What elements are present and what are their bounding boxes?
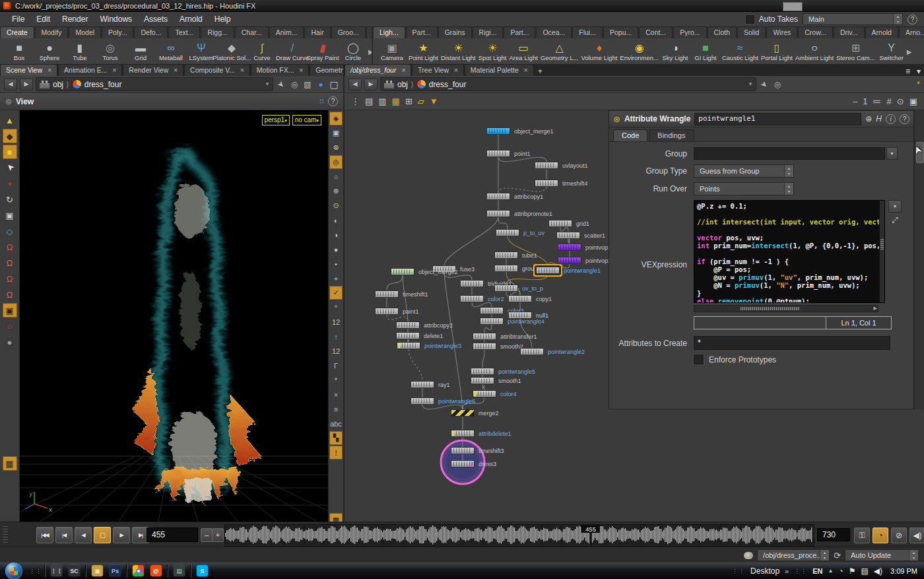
point-normals-icon[interactable]: ↑ — [329, 329, 343, 343]
spinner-icon[interactable]: ▲▼ — [820, 550, 829, 561]
visualizers-icon[interactable]: ≡ — [329, 402, 343, 416]
gear-icon[interactable]: ⊕ — [865, 114, 872, 123]
enforce-prototypes-checkbox[interactable] — [694, 355, 704, 364]
stop-button[interactable]: ▢ — [94, 527, 111, 543]
group-type-select[interactable]: Guess from Group ▲▼ — [694, 164, 794, 178]
node-smooth2[interactable] — [473, 343, 496, 350]
close-tab-icon[interactable]: × — [524, 67, 528, 74]
tab-code[interactable]: Code — [613, 129, 647, 141]
go-to-start-button[interactable]: |◀◀ — [36, 527, 53, 543]
spinner-icon[interactable]: ▲▼ — [784, 165, 793, 177]
shelf-tool-area-light[interactable]: ▭Area Light — [508, 39, 539, 64]
node-attribdelete1[interactable] — [451, 430, 475, 437]
timeline-waveform[interactable]: 455 — [224, 524, 814, 547]
node-uvlayout1[interactable] — [535, 162, 558, 169]
shelf-tab-groo[interactable]: Groo... — [331, 26, 366, 38]
node-smooth1[interactable] — [471, 377, 494, 384]
flipbook-icon[interactable]: ● — [3, 335, 17, 349]
points-display-icon[interactable]: • — [329, 257, 343, 271]
spinner-icon[interactable]: ▲▼ — [909, 550, 918, 561]
node-color2[interactable] — [460, 295, 484, 302]
shelf-tool-sky-light[interactable]: ◑Sky Light — [660, 39, 690, 64]
shelf-tool-camera[interactable]: ▣Camera — [377, 39, 407, 64]
follow-target-icon[interactable]: ◎ — [289, 80, 300, 89]
node-pointvop2[interactable] — [558, 257, 581, 264]
shelf-tab-rigi[interactable]: Rigi... — [473, 26, 504, 38]
camera-lock-selector[interactable]: no cam▾ — [292, 115, 321, 125]
node-attribtransfer1[interactable] — [473, 333, 496, 340]
node-pointwrangle5[interactable] — [471, 368, 494, 375]
snap-multi-icon[interactable]: Ω — [3, 287, 17, 302]
prev-keyframe-button[interactable]: |◀ — [55, 527, 73, 543]
shelf-tool-environmen-[interactable]: ◉Environmen... — [618, 39, 660, 64]
shelf-tab-text[interactable]: Text... — [168, 26, 200, 38]
shelf-tool-ambient-light[interactable]: ○Ambient Light — [794, 39, 835, 64]
play-backward-button[interactable]: ◀ — [75, 527, 92, 543]
group-input[interactable] — [694, 147, 885, 160]
new-tab-icon[interactable]: + — [535, 67, 546, 76]
shelf-tab-wires[interactable]: Wires — [766, 26, 797, 38]
current-frame-field[interactable]: 455 — [147, 528, 198, 542]
shelf-tool-sphere[interactable]: ●Sphere — [34, 39, 65, 64]
view-tool-icon[interactable]: ▲ — [3, 113, 17, 127]
shelf-tab-cloth[interactable]: Cloth — [708, 26, 737, 38]
prim-numbers-icon[interactable]: 12 — [329, 344, 343, 358]
vex-code-editor[interactable]: @P.z += 0.1; //int intersect(int input, … — [694, 200, 885, 303]
shelf-tool-geometry-l-[interactable]: △Geometry L... — [539, 39, 580, 64]
shelf-tab-defo[interactable]: Defo... — [134, 26, 168, 38]
layout-presets-icon[interactable]: ⁝⁝ — [319, 97, 324, 106]
node-pointvop1[interactable] — [558, 244, 581, 251]
forward-icon[interactable]: ▶ — [364, 79, 378, 90]
uv-overlay-icon[interactable]: + — [329, 271, 343, 285]
menu-assets[interactable]: Assets — [139, 13, 173, 26]
breadcrumb[interactable]: obj ⟩ dress_four ▼ — [380, 77, 756, 91]
rotate-tool-icon[interactable]: ↻ — [3, 192, 17, 207]
menu-arnold[interactable]: Arnold — [174, 13, 208, 26]
menu-render[interactable]: Render — [57, 13, 93, 26]
tab-bindings[interactable]: Bindings — [649, 129, 694, 141]
chevron-double-icon[interactable]: » — [785, 567, 789, 575]
shelf-tab-char[interactable]: Char... — [235, 26, 269, 38]
point-numbers-icon[interactable]: 12 — [329, 315, 343, 329]
node-copy1[interactable] — [508, 295, 532, 302]
shelf-tab-driv[interactable]: Driv... — [834, 26, 865, 38]
titlebar-widget[interactable] — [783, 2, 803, 11]
camera-view-tool-icon[interactable]: ▣ — [3, 303, 17, 318]
node-pointwrangle4[interactable] — [480, 318, 504, 325]
headlight-icon[interactable]: ○ — [329, 170, 343, 184]
node-timeshift4[interactable] — [535, 180, 558, 187]
shelf-tool-distant-light[interactable]: ☀Distant Light — [440, 39, 477, 64]
display-settings-icon[interactable]: ▤ — [174, 565, 185, 576]
chevron-down-icon[interactable]: ▼ — [748, 81, 753, 87]
remote-app-icon[interactable]: ⋮⋮ — [51, 565, 62, 576]
snap-curve-icon[interactable]: Ω — [3, 255, 17, 270]
auto-takes-checkbox[interactable] — [746, 15, 754, 24]
palette-icon[interactable]: ▦ — [392, 96, 400, 106]
shelf-tool-platonic-sol-[interactable]: ◆Platonic Sol... — [216, 39, 247, 64]
shelf-tab-create[interactable]: Create — [0, 26, 34, 38]
node-pointwrangle1[interactable] — [536, 267, 560, 274]
node-pointwrangle6[interactable] — [411, 397, 434, 405]
node-point1[interactable] — [486, 150, 510, 157]
grid-snap-icon[interactable]: # — [887, 96, 892, 106]
help-icon[interactable]: ? — [908, 15, 917, 24]
action-center-icon[interactable]: ⚑ — [849, 566, 856, 576]
start-button[interactable] — [5, 562, 22, 579]
shelf-tab-anim[interactable]: Anim... — [269, 26, 304, 38]
character-display-icon[interactable]: ▚ — [329, 431, 343, 445]
network-tray-icon[interactable]: ▤ — [861, 566, 868, 576]
breadcrumb[interactable]: obj ⟩ dress_four ▼ — [36, 77, 273, 91]
shelf-tab-arno[interactable]: Arno... — [899, 26, 924, 38]
point-markers-icon[interactable]: ° — [329, 300, 343, 314]
node-null1[interactable] — [508, 312, 532, 319]
normal-lighting-icon[interactable]: ⊕ — [329, 184, 343, 198]
handles-tool-icon[interactable]: ◇ — [3, 224, 17, 238]
shelf-tool-metaball[interactable]: ∞Metaball — [156, 39, 186, 64]
shelf-tab-solid[interactable]: Solid — [737, 26, 766, 38]
file-manager-icon[interactable]: ▣ — [92, 565, 103, 576]
node-object_merge2[interactable] — [391, 268, 414, 275]
shelf-tab-ligh[interactable]: Ligh... — [373, 26, 405, 38]
close-tab-icon[interactable]: × — [240, 67, 244, 74]
hq-lighting-icon[interactable]: ⊙ — [329, 199, 343, 213]
collapse-icon[interactable]: ‒ — [853, 96, 857, 106]
